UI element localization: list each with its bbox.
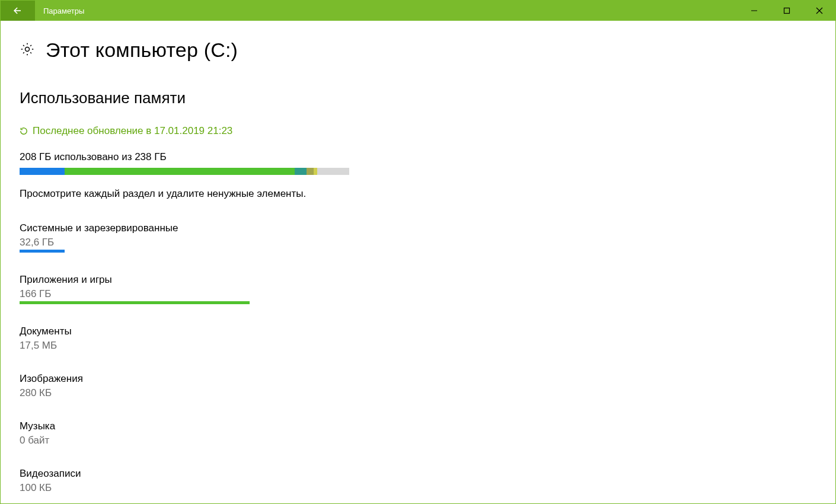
page-header: Этот компьютер (C:) [20, 39, 835, 62]
category-images[interactable]: Изображения 280 КБ [20, 373, 835, 399]
svg-rect-1 [784, 8, 789, 14]
hint-text: Просмотрите каждый раздел и удалите нену… [20, 188, 835, 200]
titlebar: Параметры [1, 1, 835, 21]
category-title: Музыка [20, 420, 835, 432]
minimize-button[interactable] [738, 1, 770, 21]
category-size: 166 ГБ [20, 288, 835, 300]
category-videos[interactable]: Видеозаписи 100 КБ [20, 468, 835, 494]
category-music[interactable]: Музыка 0 байт [20, 420, 835, 446]
window-title: Параметры [35, 1, 84, 21]
usage-bar [20, 168, 349, 175]
category-size: 100 КБ [20, 482, 835, 494]
refresh-link[interactable]: Последнее обновление в 17.01.2019 21:23 [20, 125, 835, 137]
back-arrow-icon [12, 5, 24, 17]
category-size: 32,6 ГБ [20, 237, 835, 248]
page-title: Этот компьютер (C:) [46, 39, 238, 62]
usage-segment-other3 [314, 168, 317, 175]
titlebar-drag-area[interactable] [84, 1, 738, 21]
svg-point-4 [25, 47, 30, 51]
close-button[interactable] [803, 1, 835, 21]
usage-segment-apps [65, 168, 295, 175]
content-area: Этот компьютер (C:) Использование памяти… [1, 21, 835, 494]
category-title: Системные и зарезервированные [20, 222, 835, 234]
category-size: 280 КБ [20, 387, 835, 399]
usage-segment-other1 [295, 168, 307, 175]
category-bar [20, 250, 65, 253]
category-bar [20, 301, 250, 304]
category-apps[interactable]: Приложения и игры 166 ГБ [20, 274, 835, 304]
usage-segment-system [20, 168, 65, 175]
maximize-button[interactable] [770, 1, 803, 21]
category-title: Приложения и игры [20, 274, 835, 286]
category-system[interactable]: Системные и зарезервированные 32,6 ГБ [20, 222, 835, 253]
gear-icon [20, 42, 35, 59]
category-size: 0 байт [20, 435, 835, 446]
usage-segment-other2 [307, 168, 314, 175]
window-controls [738, 1, 835, 21]
usage-summary: 208 ГБ использовано из 238 ГБ [20, 151, 835, 163]
refresh-icon [20, 127, 28, 135]
maximize-icon [783, 7, 790, 14]
category-documents[interactable]: Документы 17,5 МБ [20, 326, 835, 352]
category-title: Видеозаписи [20, 468, 835, 480]
category-title: Документы [20, 326, 835, 337]
section-title: Использование памяти [20, 89, 835, 107]
refresh-label: Последнее обновление в 17.01.2019 21:23 [33, 125, 232, 137]
category-title: Изображения [20, 373, 835, 385]
close-icon [816, 7, 823, 14]
back-button[interactable] [1, 1, 35, 21]
minimize-icon [751, 7, 758, 14]
category-size: 17,5 МБ [20, 340, 835, 352]
